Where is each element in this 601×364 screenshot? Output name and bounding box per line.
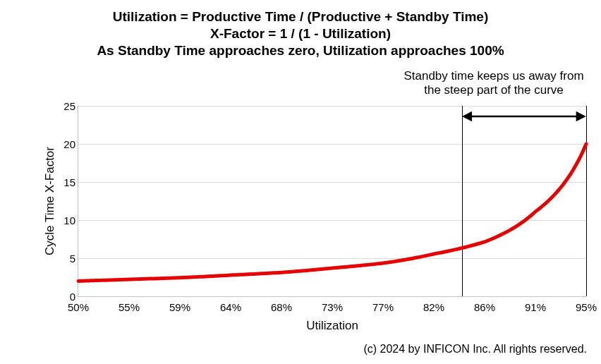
xtick: 82%	[423, 301, 444, 313]
curve-svg	[78, 106, 586, 296]
title-block: Utilization = Productive Time / (Product…	[0, 8, 601, 59]
reference-vline-right	[586, 106, 587, 296]
annotation-line2: the steep part of the curve	[395, 83, 593, 97]
ytick: 5	[54, 253, 75, 265]
ytick: 25	[54, 100, 75, 112]
page-root: Utilization = Productive Time / (Product…	[0, 0, 601, 364]
xtick: 77%	[372, 301, 394, 313]
xtick: 91%	[525, 301, 546, 313]
xtick: 59%	[169, 301, 190, 313]
y-axis-label: Cycle Time X-Factor	[43, 147, 57, 255]
xfactor-curve	[78, 144, 586, 281]
ytick: 0	[54, 291, 75, 303]
xtick: 50%	[68, 301, 89, 313]
plot-area: 0 5 10 15 20 25 50% 55% 59% 64% 68% 73% …	[78, 106, 586, 297]
annotation-line1: Standby time keeps us away from	[395, 69, 593, 83]
ytick: 15	[54, 176, 75, 188]
title-line1: Utilization = Productive Time / (Product…	[0, 8, 601, 25]
xtick: 64%	[220, 301, 241, 313]
chart: 0 5 10 15 20 25 50% 55% 59% 64% 68% 73% …	[42, 106, 585, 314]
x-axis-label: Utilization	[306, 319, 358, 333]
ytick: 20	[54, 138, 75, 150]
xtick: 86%	[474, 301, 495, 313]
xtick: 68%	[271, 301, 292, 313]
title-line2: X-Factor = 1 / (1 - Utilization)	[0, 25, 601, 42]
copyright: (c) 2024 by INFICON Inc. All rights rese…	[363, 343, 587, 356]
xtick: 55%	[119, 301, 140, 313]
annotation-block: Standby time keeps us away from the stee…	[395, 69, 593, 98]
ytick: 10	[54, 214, 75, 226]
title-line3: As Standby Time approaches zero, Utiliza…	[0, 42, 601, 59]
xtick: 95%	[576, 301, 597, 313]
xtick: 73%	[322, 301, 343, 313]
